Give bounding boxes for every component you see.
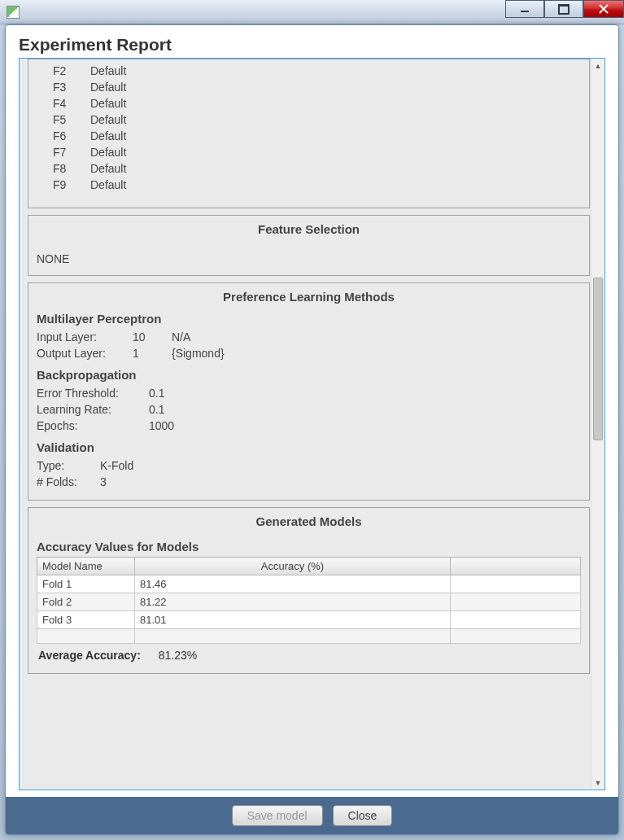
model-accuracy-cell: 81.46 [135,575,451,593]
close-window-button[interactable] [583,0,624,18]
feature-name: F6 [53,129,72,142]
feature-value: Default [90,97,126,110]
lr-val: 0.1 [149,403,164,416]
scroll-down-arrow[interactable]: ▼ [591,776,604,790]
feature-row: F5Default [53,112,565,128]
models-title: Generated Models [37,514,581,528]
model-name-cell: Fold 2 [37,593,135,611]
experiment-report-dialog: Experiment Report F2DefaultF3DefaultF4De… [5,24,619,835]
features-box: F2DefaultF3DefaultF4DefaultF5DefaultF6De… [28,59,590,208]
feature-value: Default [90,64,126,77]
table-row-empty [37,629,581,644]
err-label: Error Threshold: [37,387,134,400]
report-title: Experiment Report [6,25,618,58]
models-subtitle: Accuracy Values for Models [37,540,581,553]
feature-name: F9 [53,178,72,191]
report-content-frame: F2DefaultF3DefaultF4DefaultF5DefaultF6De… [19,58,605,790]
output-layer-row: Output Layer: 1 {Sigmond} [37,345,581,361]
err-threshold-row: Error Threshold: 0.1 [37,385,581,401]
feature-row: F4Default [53,95,565,112]
model-accuracy-cell: 81.01 [135,611,451,629]
feature-value: Default [90,129,126,142]
save-model-button[interactable]: Save model [232,805,323,826]
feature-name: F3 [53,81,72,94]
epochs-val: 1000 [149,419,174,432]
close-button[interactable]: Close [333,805,393,826]
avg-label: Average Accuracy: [38,649,141,662]
features-list: F2DefaultF3DefaultF4DefaultF5DefaultF6De… [37,61,581,199]
table-row[interactable]: Fold 281.22 [37,593,581,611]
output-layer-act: {Sigmond} [172,347,225,360]
table-row[interactable]: Fold 381.01 [37,611,581,629]
feature-name: F8 [53,162,72,175]
val-type-val: K-Fold [100,459,133,472]
col-accuracy[interactable]: Accuracy (%) [135,558,451,575]
models-header-row: Model Name Accuracy (%) [37,558,581,575]
val-folds-label: # Folds: [37,475,85,488]
feature-selection-value: NONE [37,244,581,265]
feature-row: F2Default [53,63,565,79]
average-accuracy-row: Average Accuracy: 81.23% [37,644,581,663]
feature-name: F5 [53,113,72,126]
minimize-button[interactable] [505,0,544,18]
col-blank [451,558,581,575]
empty-cell [451,593,581,611]
err-val: 0.1 [149,387,164,400]
maximize-button[interactable] [544,0,583,18]
empty-cell [37,629,135,644]
lr-label: Learning Rate: [37,403,134,416]
feature-value: Default [90,162,126,175]
feature-name: F4 [53,97,72,110]
input-layer-act: N/A [172,330,190,343]
empty-cell [135,629,451,644]
report-scroll-area[interactable]: F2DefaultF3DefaultF4DefaultF5DefaultF6De… [20,59,604,790]
feature-row: F8Default [53,160,565,177]
avg-value: 81.23% [159,649,197,662]
bp-heading: Backpropagation [37,368,581,382]
feature-selection-title: Feature Selection [37,222,581,236]
feature-selection-section: Feature Selection NONE [28,215,590,276]
preference-learning-section: Preference Learning Methods Multilayer P… [28,282,590,501]
empty-cell [451,629,581,644]
epochs-label: Epochs: [37,419,134,432]
scroll-up-arrow[interactable]: ▲ [591,59,604,72]
app-icon [7,6,20,19]
validation-heading: Validation [37,440,581,454]
learning-rate-row: Learning Rate: 0.1 [37,401,581,418]
model-accuracy-cell: 81.22 [135,593,451,611]
generated-models-section: Generated Models Accuracy Values for Mod… [28,507,590,674]
feature-name: F2 [53,64,72,77]
epochs-row: Epochs: 1000 [37,418,581,434]
feature-value: Default [90,113,126,126]
output-layer-label: Output Layer: [37,347,118,360]
model-name-cell: Fold 3 [37,611,135,629]
empty-cell [451,575,581,593]
feature-row: F3Default [53,79,565,95]
window-titlebar [0,0,624,24]
feature-row: F7Default [53,144,565,160]
feature-value: Default [90,178,126,191]
val-type-label: Type: [37,459,85,472]
model-name-cell: Fold 1 [37,575,135,593]
window-controls [505,0,624,18]
input-layer-row: Input Layer: 10 N/A [37,329,581,345]
feature-row: F6Default [53,128,565,144]
vertical-scrollbar[interactable]: ▲ ▼ [591,59,604,790]
col-model-name[interactable]: Model Name [37,558,135,575]
val-folds-val: 3 [100,475,107,488]
empty-cell [451,611,581,629]
table-row[interactable]: Fold 181.46 [37,575,581,593]
output-layer-n: 1 [133,347,157,360]
dialog-button-bar: Save model Close [6,797,618,834]
feature-row: F9Default [53,177,565,193]
scrollbar-thumb[interactable] [593,278,603,440]
mlp-heading: Multilayer Perceptron [37,312,581,326]
feature-value: Default [90,146,126,159]
feature-name: F7 [53,146,72,159]
input-layer-label: Input Layer: [37,330,118,343]
input-layer-n: 10 [133,330,157,343]
plm-title: Preference Learning Methods [37,290,581,304]
validation-type-row: Type: K-Fold [37,457,581,474]
models-table: Model Name Accuracy (%) Fold 181.46Fold … [37,557,581,644]
validation-folds-row: # Folds: 3 [37,474,581,490]
